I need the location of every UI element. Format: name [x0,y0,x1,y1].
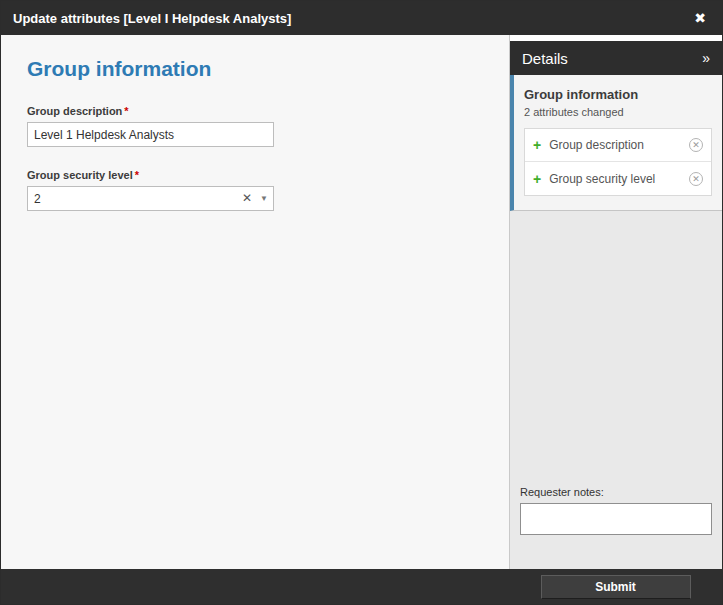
close-icon[interactable]: ✖ [690,10,710,26]
dialog-title: Update attributes [Level I Helpdesk Anal… [13,11,690,26]
plus-icon: + [533,172,541,186]
field-group-description: Group description* [27,105,483,147]
update-attributes-dialog: Update attributes [Level I Helpdesk Anal… [0,0,723,605]
group-description-input[interactable] [27,122,274,147]
group-description-label-text: Group description [27,105,122,117]
changes-count: 2 attributes changed [524,106,712,118]
page-title: Group information [27,57,483,81]
required-marker: * [124,105,128,117]
remove-change-icon[interactable]: ✕ [689,138,703,152]
changes-section-title: Group information [524,87,712,102]
details-header[interactable]: Details » [510,41,722,75]
requester-notes-label: Requester notes: [520,486,712,498]
change-item-label: Group security level [549,172,689,186]
group-description-label: Group description* [27,105,483,117]
group-security-level-label-text: Group security level [27,169,133,181]
details-sidebar: Details » Group information 2 attributes… [509,35,722,569]
group-security-level-input[interactable] [27,186,274,211]
dialog-body: Group information Group description* Gro… [1,35,722,569]
group-security-level-combobox: ✕ ▼ [27,186,274,211]
clear-icon[interactable]: ✕ [242,191,252,205]
change-list: + Group description ✕ + Group security l… [524,128,712,196]
requester-notes-input[interactable] [520,503,712,535]
change-item-group-security-level[interactable]: + Group security level ✕ [525,162,711,195]
footer-actions: Submit [509,575,722,599]
plus-icon: + [533,138,541,152]
changes-panel: Group information 2 attributes changed +… [510,75,722,211]
notes-bottom-gap [510,549,722,569]
chevron-down-icon[interactable]: ▼ [260,194,268,203]
requester-notes-section: Requester notes: [510,478,722,549]
required-marker: * [135,169,139,181]
main-panel: Group information Group description* Gro… [1,35,509,569]
change-item-group-description[interactable]: + Group description ✕ [525,129,711,162]
details-title: Details [522,50,702,67]
sidebar-filler [510,211,722,478]
group-security-level-label: Group security level* [27,169,483,181]
dialog-footer: Submit [1,569,722,604]
remove-change-icon[interactable]: ✕ [689,172,703,186]
dialog-titlebar: Update attributes [Level I Helpdesk Anal… [1,1,722,35]
submit-button[interactable]: Submit [541,575,691,599]
change-item-label: Group description [549,138,689,152]
collapse-icon[interactable]: » [702,50,710,66]
field-group-security-level: Group security level* ✕ ▼ [27,169,483,211]
